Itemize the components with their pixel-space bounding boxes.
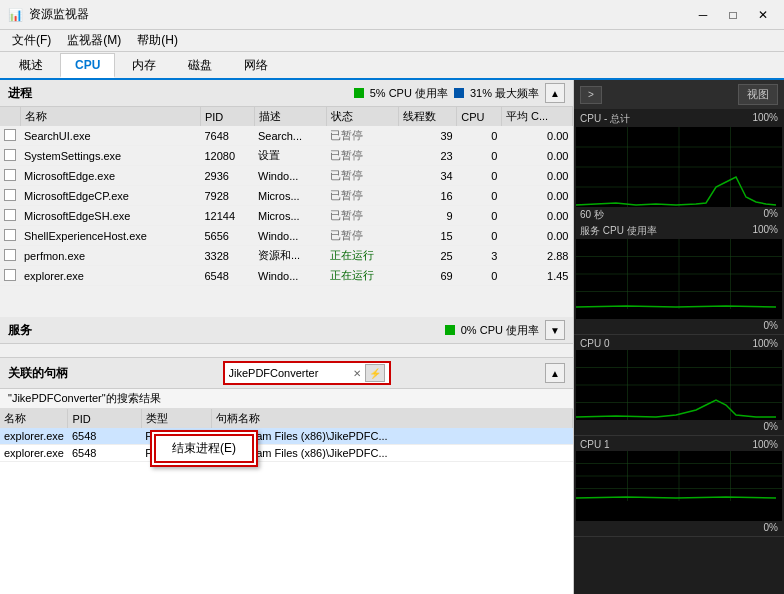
cpu0-graph-block: CPU 0 100% 0% [574, 335, 784, 436]
col-avg[interactable]: 平均 C... [501, 107, 572, 126]
handles-col-pid[interactable]: PID [68, 409, 141, 428]
table-row[interactable]: perfmon.exe 3328 资源和... 正在运行 25 3 2.88 [0, 246, 573, 266]
row-pid: 2936 [200, 166, 254, 186]
search-input[interactable] [229, 367, 349, 379]
row-pid: 12080 [200, 146, 254, 166]
search-result-label: "JikePDFConverter"的搜索结果 [0, 389, 573, 409]
menu-monitor[interactable]: 监视器(M) [59, 30, 129, 51]
row-check[interactable] [0, 146, 20, 166]
row-check[interactable] [0, 266, 20, 286]
row-check[interactable] [0, 166, 20, 186]
row-name: ShellExperienceHost.exe [20, 226, 200, 246]
services-badge: 0% CPU 使用率 ▼ [445, 320, 565, 340]
row-desc: Search... [254, 126, 326, 146]
table-row[interactable]: explorer.exe 6548 Windo... 正在运行 69 0 1.4… [0, 266, 573, 286]
handle-row-name: explorer.exe [0, 428, 68, 445]
cpu1-min: 0% [764, 522, 778, 533]
table-row[interactable]: SystemSettings.exe 12080 设置 已暂停 23 0 0.0… [0, 146, 573, 166]
row-check[interactable] [0, 206, 20, 226]
row-status: 已暂停 [326, 146, 398, 166]
tab-cpu[interactable]: CPU [60, 53, 115, 78]
row-pid: 6548 [200, 266, 254, 286]
row-pid: 7928 [200, 186, 254, 206]
row-check[interactable] [0, 186, 20, 206]
right-nav-button[interactable]: > [580, 86, 602, 104]
col-desc[interactable]: 描述 [254, 107, 326, 126]
menu-file[interactable]: 文件(F) [4, 30, 59, 51]
row-threads: 9 [398, 206, 456, 226]
row-threads: 15 [398, 226, 456, 246]
table-row[interactable]: SearchUI.exe 7648 Search... 已暂停 39 0 0.0… [0, 126, 573, 146]
col-status[interactable]: 状态 [326, 107, 398, 126]
services-header[interactable]: 服务 0% CPU 使用率 ▼ [0, 317, 573, 344]
row-check[interactable] [0, 226, 20, 246]
row-name: MicrosoftEdge.exe [20, 166, 200, 186]
row-threads: 34 [398, 166, 456, 186]
handles-col-name[interactable]: 名称 [0, 409, 68, 428]
row-cpu: 0 [457, 266, 502, 286]
services-section: 服务 0% CPU 使用率 ▼ [0, 317, 573, 357]
cpu1-canvas [576, 451, 782, 521]
services-collapse-btn[interactable]: ▼ [545, 320, 565, 340]
table-row[interactable]: explorer.exe 6548 File C:\Program Files … [0, 428, 573, 445]
row-check[interactable] [0, 126, 20, 146]
tab-disk[interactable]: 磁盘 [173, 52, 227, 78]
cpu1-label: CPU 1 [580, 439, 609, 450]
close-button[interactable]: ✕ [750, 5, 776, 25]
search-go-button[interactable]: ⚡ [365, 364, 385, 382]
cpu-total-time: 60 秒 [580, 208, 604, 222]
title-bar: 📊 资源监视器 ─ □ ✕ [0, 0, 784, 30]
cpu-total-min: 0% [764, 208, 778, 222]
table-row[interactable]: explorer.exe 6548 File C:\Program Files … [0, 445, 573, 462]
services-cpu-percent: 0% CPU 使用率 [461, 323, 539, 338]
services-cpu-indicator [445, 325, 455, 335]
table-row[interactable]: MicrosoftEdgeSH.exe 12144 Micros... 已暂停 … [0, 206, 573, 226]
handles-col-type[interactable]: 类型 [141, 409, 211, 428]
row-pid: 12144 [200, 206, 254, 226]
col-name[interactable]: 名称 [20, 107, 200, 126]
service-cpu-label: 服务 CPU 使用率 [580, 224, 657, 238]
table-row[interactable]: ShellExperienceHost.exe 5656 Windo... 已暂… [0, 226, 573, 246]
row-status: 已暂停 [326, 186, 398, 206]
table-row[interactable]: MicrosoftEdgeCP.exe 7928 Micros... 已暂停 1… [0, 186, 573, 206]
col-cpu[interactable]: CPU [457, 107, 502, 126]
menu-bar: 文件(F) 监视器(M) 帮助(H) [0, 30, 784, 52]
search-clear-icon[interactable]: ✕ [353, 368, 361, 379]
processes-collapse-btn[interactable]: ▲ [545, 83, 565, 103]
cpu-indicator [354, 88, 364, 98]
freq-percent: 31% 最大频率 [470, 86, 539, 101]
menu-help[interactable]: 帮助(H) [129, 30, 186, 51]
handles-collapse-btn[interactable]: ▲ [545, 363, 565, 383]
col-threads[interactable]: 线程数 [398, 107, 456, 126]
tab-memory[interactable]: 内存 [117, 52, 171, 78]
row-cpu: 3 [457, 246, 502, 266]
col-pid[interactable]: PID [200, 107, 254, 126]
services-title: 服务 [8, 322, 32, 339]
view-button[interactable]: 视图 [738, 84, 778, 105]
row-name: SearchUI.exe [20, 126, 200, 146]
row-avg: 0.00 [501, 126, 572, 146]
minimize-button[interactable]: ─ [690, 5, 716, 25]
row-threads: 25 [398, 246, 456, 266]
maximize-button[interactable]: □ [720, 5, 746, 25]
table-row[interactable]: MicrosoftEdge.exe 2936 Windo... 已暂停 34 0… [0, 166, 573, 186]
row-avg: 0.00 [501, 206, 572, 226]
processes-table-container[interactable]: 名称 PID 描述 状态 线程数 CPU 平均 C... SearchUI.ex… [0, 107, 573, 317]
service-cpu-max: 100% [752, 224, 778, 238]
processes-title: 进程 [8, 85, 32, 102]
row-check[interactable] [0, 246, 20, 266]
tab-network[interactable]: 网络 [229, 52, 283, 78]
main-container: 进程 5% CPU 使用率 31% 最大频率 ▲ 名称 PID [0, 80, 784, 594]
processes-header[interactable]: 进程 5% CPU 使用率 31% 最大频率 ▲ [0, 80, 573, 107]
row-avg: 1.45 [501, 266, 572, 286]
cpu-percent: 5% CPU 使用率 [370, 86, 448, 101]
handles-header: 关联的句柄 ✕ ⚡ ▲ [0, 357, 573, 389]
handles-col-handle[interactable]: 句柄名称 [211, 409, 572, 428]
tab-overview[interactable]: 概述 [4, 52, 58, 78]
handle-row-handle: C:\Program Files (x86)\JikePDFC... [211, 428, 572, 445]
cpu0-canvas [576, 350, 782, 420]
handles-table-container[interactable]: 名称 PID 类型 句柄名称 explorer.exe 6548 File C:… [0, 409, 573, 594]
context-end-process[interactable]: 结束进程(E) [154, 434, 254, 463]
row-threads: 39 [398, 126, 456, 146]
row-cpu: 0 [457, 206, 502, 226]
